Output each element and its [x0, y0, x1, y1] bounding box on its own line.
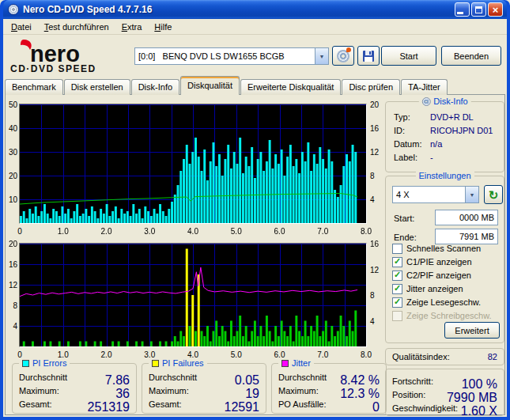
menu-datei[interactable]: Datei: [5, 21, 38, 33]
axis-tick-label: 16: [370, 240, 379, 248]
checkbox-schreibgeschw: ✓ Zeige Schreibgeschw.: [392, 310, 492, 321]
disc-button[interactable]: [332, 46, 354, 66]
check-icon: ✓: [394, 297, 401, 306]
tab-disc-pruefen[interactable]: Disc prüfen: [342, 79, 400, 95]
speed-label: Geschwindigkeit:: [392, 403, 458, 414]
window-controls: ×: [455, 2, 503, 17]
checkbox-c2-pif[interactable]: ✓ C2/PIF anzeigen: [392, 270, 471, 281]
drive-selector-value: [0:0] BENQ DVD LS DW1655 BCGB: [135, 51, 315, 61]
axis-tick-label: 12: [370, 266, 379, 274]
axis-tick-label: 16: [370, 124, 379, 133]
axis-tick-label: 12: [6, 281, 17, 289]
menu-hilfe[interactable]: Hilfe: [148, 21, 178, 33]
axis-tick-label: 1.0: [57, 227, 70, 236]
axis-tick-label: 7.0: [316, 227, 329, 236]
pi-failures-stats-title: PI Failures: [149, 358, 207, 368]
disk-info-value: -: [430, 152, 433, 163]
axis-tick-label: 8.0: [360, 227, 372, 236]
tab-disk-info[interactable]: Disk-Info: [131, 79, 179, 95]
settings-title: Einstellungen: [415, 171, 474, 180]
toolbar: nero CD·DVD SPEED [0:0] BENQ DVD LS DW16…: [3, 36, 507, 76]
axis-tick-label: 40: [6, 124, 17, 133]
save-button[interactable]: [357, 46, 380, 66]
tab-benchmark[interactable]: Benchmark: [5, 79, 63, 95]
pi-failures-plot-frame: [19, 243, 367, 347]
jitter-swatch: [281, 360, 289, 367]
tab-ta-jitter[interactable]: TA-Jitter: [401, 79, 448, 95]
jitter-stats-title: Jitter: [278, 358, 314, 368]
tab-erweiterte-diskqualitaet[interactable]: Erweiterte Diskqualität: [240, 79, 341, 95]
minimize-button[interactable]: [455, 2, 470, 17]
axis-tick-label: 3.0: [143, 350, 156, 359]
axis-tick-label: 20: [6, 172, 17, 180]
minimize-icon: [457, 12, 463, 14]
tab-diskqualitaet[interactable]: Diskqualität: [180, 76, 240, 95]
drive-selector[interactable]: [0:0] BENQ DVD LS DW1655 BCGB ▼: [134, 47, 329, 65]
start-position-field[interactable]: 0000 MB: [435, 210, 498, 225]
tab-disk-erstellen[interactable]: Disk erstellen: [64, 79, 130, 95]
stat-value: 36: [115, 387, 130, 401]
stat-value: 0.05: [235, 373, 259, 388]
speed-select-value: 4 X: [393, 190, 465, 199]
axis-tick-label: 20: [6, 240, 17, 248]
stat-label: Durchschnitt: [149, 372, 197, 383]
cd-burn-icon: [337, 50, 349, 62]
close-button[interactable]: ×: [488, 2, 503, 17]
disk-info-row: Typ:: [394, 112, 410, 123]
disk-info-group: Disk-Info Typ: DVD+R DL ID: RICOHJPN D01…: [385, 101, 504, 172]
stat-value: 12591: [225, 400, 260, 414]
start-button[interactable]: Start: [381, 46, 436, 66]
axis-tick-label: 20: [370, 100, 379, 109]
maximize-button[interactable]: [471, 2, 486, 17]
axis-tick-label: 0: [13, 227, 26, 236]
stat-value: 12.3 %: [340, 387, 380, 401]
checkbox-schnelles-scannen[interactable]: ✓ Schnelles Scannen: [392, 243, 481, 254]
axis-tick-label: 2.0: [100, 350, 113, 359]
axis-tick-label: 3.0: [143, 227, 156, 236]
stat-value: 251319: [88, 400, 130, 414]
logo-subtitle: CD·DVD SPEED: [10, 63, 96, 74]
position-label: Position:: [392, 389, 425, 400]
disk-info-row: Datum:: [394, 138, 421, 149]
quality-index-label: Qualitätsindex:: [392, 351, 450, 362]
speed-select[interactable]: 4 X ▼: [392, 186, 479, 203]
check-icon: ✓: [394, 257, 401, 266]
disk-info-value: n/a: [430, 138, 442, 149]
speed-value: 1.60 X: [461, 404, 497, 418]
window-body: Datei Test durchführen Extra Hilfe nero …: [3, 19, 507, 417]
chevron-down-icon[interactable]: ▼: [315, 48, 328, 64]
checkbox-c1-pie[interactable]: ✓ C1/PIE anzeigen: [392, 256, 472, 267]
pi-errors-swatch: [22, 360, 29, 367]
axis-tick-label: 5.0: [230, 350, 243, 359]
stat-label: Maximum:: [19, 385, 59, 396]
axis-tick-label: 12: [370, 148, 379, 157]
axis-tick-label: 30: [6, 148, 17, 157]
save-icon: [362, 50, 375, 62]
stat-label: Gesamt:: [19, 399, 52, 410]
quit-button[interactable]: Beenden: [441, 46, 501, 66]
app-icon: [8, 4, 19, 15]
nero-logo: nero CD·DVD SPEED: [6, 37, 127, 77]
chevron-down-icon[interactable]: ▼: [465, 187, 478, 202]
menu-extra[interactable]: Extra: [115, 21, 149, 33]
disk-info-title: Disk-Info: [418, 96, 470, 106]
pi-failures-chart: [20, 244, 366, 346]
axis-tick-label: 10: [6, 195, 17, 204]
advanced-button[interactable]: Erweitert: [444, 322, 500, 339]
refresh-button[interactable]: ↻: [484, 185, 503, 204]
stat-label: Durchschnitt: [19, 372, 67, 383]
axis-tick-label: 1.0: [57, 350, 70, 359]
axis-tick-label: 8: [370, 172, 375, 180]
checkbox-lesegeschw[interactable]: ✓ Zeige Lesegeschw.: [392, 297, 481, 308]
menu-test-durchfuehren[interactable]: Test durchführen: [38, 21, 115, 33]
stat-label: Maximum:: [278, 385, 319, 396]
checkbox-jitter[interactable]: ✓ Jitter anzeigen: [392, 283, 463, 294]
start-position-label: Start:: [394, 213, 414, 224]
maximize-icon: [475, 6, 482, 13]
stat-value: 7.86: [105, 373, 130, 388]
refresh-icon: ↻: [489, 189, 499, 201]
disk-info-row: ID:: [394, 125, 405, 136]
end-position-field[interactable]: 7991 MB: [435, 229, 498, 244]
stat-value: 8.42 %: [340, 373, 380, 388]
checkbox-box: ✓: [392, 244, 402, 254]
